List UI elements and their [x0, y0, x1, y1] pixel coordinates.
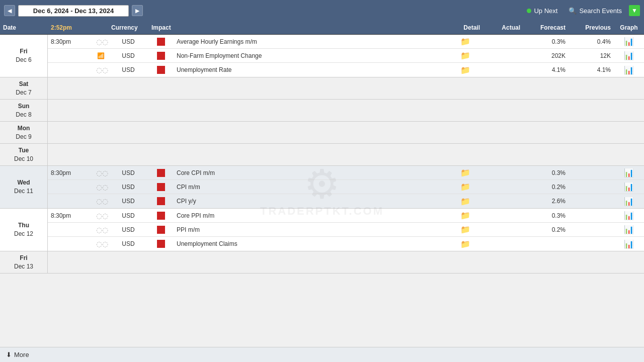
more-label: More: [14, 351, 29, 358]
impact-cell: [148, 182, 174, 192]
bar-chart-icon[interactable]: 📊: [624, 37, 634, 46]
col-currency: Currency: [108, 23, 148, 32]
impact-cell: [148, 211, 174, 221]
bar-chart-icon[interactable]: 📊: [624, 51, 634, 60]
sound-icon: ◌◌: [93, 168, 108, 178]
detail-folder-icon[interactable]: 📁: [460, 183, 470, 191]
table-row: ◌◌ USD CPI m/m 📁 0.2% 📊: [48, 180, 644, 194]
impact-cell: [148, 51, 174, 61]
bar-chart-icon[interactable]: 📊: [624, 211, 634, 220]
event-time: [48, 229, 93, 231]
detail-folder-icon[interactable]: 📁: [460, 197, 470, 206]
up-next-label: Up Next: [534, 7, 557, 15]
impact-high-icon: [157, 226, 165, 234]
forecast-value: 202K: [523, 51, 569, 60]
bar-chart-icon[interactable]: 📊: [624, 197, 634, 206]
detail-folder-icon[interactable]: 📁: [460, 211, 470, 220]
detail-cell[interactable]: 📁: [448, 36, 483, 47]
event-name: PPI m/m: [174, 225, 448, 234]
event-name: Unemployment Claims: [174, 239, 448, 248]
graph-cell[interactable]: 📊: [614, 181, 644, 193]
day-date: Dec 9: [16, 133, 31, 141]
empty-day-content: [48, 251, 644, 273]
col-date: Date: [0, 23, 48, 32]
prev-week-button[interactable]: ◀: [4, 5, 15, 16]
impact-cell: [148, 168, 174, 178]
graph-cell[interactable]: 📊: [614, 238, 644, 250]
detail-folder-icon[interactable]: 📁: [460, 225, 470, 234]
previous-value: 12K: [569, 51, 614, 60]
graph-cell[interactable]: 📊: [614, 224, 644, 235]
day-label: WedDec 11: [0, 166, 48, 208]
detail-cell[interactable]: 📁: [448, 50, 483, 61]
graph-cell[interactable]: 📊: [614, 64, 644, 76]
event-time: [48, 186, 93, 188]
bar-chart-icon[interactable]: 📊: [624, 225, 634, 234]
currency-cell: USD: [108, 37, 148, 46]
col-time: 2:52pm: [48, 23, 93, 32]
detail-cell[interactable]: 📁: [448, 64, 483, 76]
detail-cell[interactable]: 📁: [448, 224, 483, 235]
graph-cell[interactable]: 📊: [614, 36, 644, 47]
bar-chart-icon[interactable]: 📊: [624, 66, 634, 74]
filter-button[interactable]: ▼: [629, 5, 640, 16]
day-of-week: Tue: [19, 146, 29, 155]
top-navigation-bar: ◀ Dec 6, 2024 - Dec 13, 2024 ▶ Up Next 🔍…: [0, 0, 644, 21]
graph-cell[interactable]: 📊: [614, 167, 644, 178]
day-date: Dec 13: [14, 262, 33, 271]
graph-cell[interactable]: 📊: [614, 210, 644, 221]
graph-cell[interactable]: 📊: [614, 50, 644, 61]
bar-chart-icon[interactable]: 📊: [624, 183, 634, 191]
day-of-week: Fri: [20, 47, 27, 56]
search-events-button[interactable]: 🔍 Search Events: [565, 5, 626, 17]
empty-day-content: [48, 144, 644, 165]
sound-icon: 📶: [93, 51, 108, 60]
detail-folder-icon[interactable]: 📁: [460, 37, 470, 46]
detail-folder-icon[interactable]: 📁: [460, 168, 470, 177]
actual-value: [483, 243, 523, 245]
day-group: ThuDec 12 8:30pm ◌◌ USD Core PPI m/m 📁 0…: [0, 209, 644, 251]
bar-chart-icon[interactable]: 📊: [624, 168, 634, 177]
download-icon: ⬇: [6, 351, 12, 358]
sound-icon: ◌◌: [93, 65, 108, 75]
detail-folder-icon[interactable]: 📁: [460, 66, 470, 74]
table-row: 📶 USD Non-Farm Employment Change 📁 202K …: [48, 49, 644, 63]
bar-chart-icon[interactable]: 📊: [624, 240, 634, 248]
more-button[interactable]: ⬇ More: [0, 347, 644, 362]
detail-cell[interactable]: 📁: [448, 196, 483, 207]
day-label: MonDec 9: [0, 122, 48, 143]
graph-cell[interactable]: 📊: [614, 196, 644, 207]
forecast-value: 0.2%: [523, 225, 569, 234]
forecast-value: 0.3%: [523, 168, 569, 177]
event-name: Core CPI m/m: [174, 168, 448, 177]
previous-value: 4.1%: [569, 65, 614, 74]
detail-cell[interactable]: 📁: [448, 167, 483, 178]
day-of-week: Sun: [18, 102, 30, 111]
sound-icon: ◌◌: [93, 211, 108, 221]
up-next-button[interactable]: Up Next: [523, 5, 561, 17]
actual-value: [483, 69, 523, 71]
event-name: Average Hourly Earnings m/m: [174, 37, 448, 46]
previous-value: [569, 186, 614, 188]
next-week-button[interactable]: ▶: [132, 5, 143, 16]
impact-high-icon: [157, 197, 165, 205]
currency-cell: USD: [108, 225, 148, 234]
detail-cell[interactable]: 📁: [448, 181, 483, 193]
impact-cell: [148, 196, 174, 206]
event-time: 8:30pm: [48, 37, 93, 46]
days-container: FriDec 6 8:30pm ◌◌ USD Average Hourly Ea…: [0, 35, 644, 274]
detail-folder-icon[interactable]: 📁: [460, 51, 470, 60]
actual-value: [483, 215, 523, 217]
forecast-value: 4.1%: [523, 65, 569, 74]
table-header: Date 2:52pm Currency Impact Detail Actua…: [0, 21, 644, 35]
detail-folder-icon[interactable]: 📁: [460, 240, 470, 248]
day-group: FriDec 13: [0, 251, 644, 274]
search-icon: 🔍: [569, 7, 577, 15]
detail-cell[interactable]: 📁: [448, 210, 483, 221]
forecast-value: 0.2%: [523, 183, 569, 192]
col-forecast: Forecast: [523, 23, 569, 32]
events-column: 8:30pm ◌◌ USD Average Hourly Earnings m/…: [48, 35, 644, 77]
detail-cell[interactable]: 📁: [448, 238, 483, 250]
currency-cell: USD: [108, 51, 148, 60]
impact-high-icon: [157, 52, 165, 60]
